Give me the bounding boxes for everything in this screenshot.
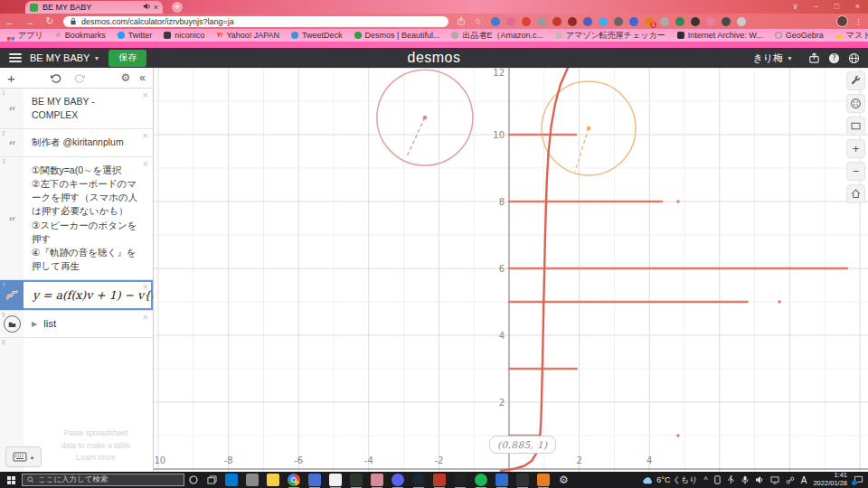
graph-settings-wrench-icon[interactable] — [846, 71, 865, 90]
bookmark-item[interactable]: GeoGebra — [775, 31, 824, 40]
export-share-icon[interactable] — [804, 52, 824, 64]
extension-icon[interactable] — [614, 17, 623, 26]
note-row[interactable]: 1“BE MY BABY - COMPLEX× — [0, 89, 153, 129]
tab-search-chevron[interactable]: ∨ — [785, 0, 806, 13]
tab-close-icon[interactable]: × — [154, 4, 158, 12]
taskbar-app-icon[interactable] — [329, 474, 342, 486]
taskbar-app-icon[interactable] — [246, 474, 259, 486]
extension-icon[interactable] — [629, 17, 638, 26]
folder-row[interactable]: 5▶list× — [0, 311, 153, 338]
graph-canvas[interactable]: 12108642-10-8-6-4-224 — [154, 68, 868, 472]
bookmark-item[interactable]: Twitter — [118, 31, 153, 40]
extension-icon[interactable]: 1 — [645, 17, 654, 26]
taskbar-app-icon[interactable] — [537, 474, 550, 486]
extension-icon[interactable] — [552, 17, 561, 26]
extension-icon[interactable] — [568, 17, 577, 26]
taskbar-app-icon[interactable] — [371, 474, 383, 486]
taskbar-app-icon[interactable] — [308, 474, 321, 486]
minimize-button[interactable]: − — [806, 0, 826, 13]
extension-icon[interactable] — [722, 17, 731, 26]
taskbar-app-icon[interactable] — [350, 474, 363, 486]
extension-icon[interactable] — [706, 17, 715, 26]
extension-icon[interactable] — [537, 17, 546, 26]
back-button[interactable]: ← — [0, 16, 20, 27]
cortana-icon[interactable] — [184, 472, 203, 488]
extension-icon[interactable] — [737, 17, 746, 26]
language-globe-icon[interactable] — [844, 52, 863, 64]
taskbar-app-icon[interactable] — [288, 474, 300, 486]
delete-expression-icon[interactable]: × — [143, 282, 148, 292]
url-bar[interactable]: desmos.com/calculator/izrvbuynjs?lang=ja — [63, 16, 448, 27]
main-menu-icon[interactable] — [9, 52, 22, 64]
extension-icon[interactable] — [522, 17, 531, 26]
delete-expression-icon[interactable]: × — [143, 131, 148, 141]
graph-title[interactable]: BE MY BABY — [30, 52, 90, 63]
extension-icon[interactable] — [599, 17, 608, 26]
bookmark-item[interactable]: Desmos | Beautiful... — [354, 31, 440, 40]
bookmark-item[interactable]: TweetDeck — [291, 31, 343, 40]
delete-expression-icon[interactable]: × — [143, 159, 148, 169]
taskbar-app-icon[interactable] — [392, 474, 404, 486]
phone-link-icon[interactable] — [714, 475, 721, 484]
new-tab-button[interactable]: + — [172, 2, 183, 13]
expression-gutter[interactable]: 1“ — [0, 89, 24, 128]
taskbar-app-icon[interactable] — [433, 474, 446, 486]
help-icon[interactable]: ? — [824, 52, 844, 64]
expression-row[interactable]: 4y = a(f(x)v + 1) − v{0 ≤ x× — [0, 280, 153, 311]
extension-icon[interactable] — [491, 17, 500, 26]
note-row[interactable]: 3“①関数y=a(0～を選択 ②左下のキーボードのマークを押す（スマホの人は押す… — [0, 157, 153, 281]
taskbar-app-icon[interactable] — [475, 474, 487, 486]
start-button[interactable] — [0, 472, 22, 488]
bookmark-item[interactable]: ★Bookmarks — [55, 31, 106, 40]
forward-button[interactable]: → — [20, 16, 40, 27]
expression-gutter[interactable]: 5 — [0, 311, 24, 337]
close-button[interactable]: × — [847, 0, 868, 13]
browser-menu-icon[interactable]: ⋮ — [854, 17, 863, 26]
bookmark-item[interactable]: niconico — [164, 31, 204, 40]
save-button[interactable]: 保存 — [108, 50, 146, 67]
expression-gutter[interactable]: 3“ — [0, 157, 24, 280]
taskbar-search[interactable]: ここに入力して検索 — [22, 474, 184, 486]
taskbar-app-icon[interactable] — [516, 474, 529, 486]
default-viewport-home-icon[interactable] — [846, 184, 865, 203]
folder-collapse-triangle[interactable]: ▶ — [32, 319, 37, 330]
zoom-out-button[interactable]: − — [846, 162, 865, 181]
folder-content[interactable]: ▶list — [24, 311, 153, 337]
taskbar-app-icon[interactable] — [267, 474, 279, 486]
taskbar-clock[interactable]: 1:41 2022/01/28 — [813, 472, 847, 487]
extension-icon[interactable] — [675, 17, 684, 26]
extension-icon[interactable] — [506, 17, 515, 26]
link-icon[interactable] — [786, 476, 795, 484]
bookmark-item[interactable]: アプリ — [7, 30, 43, 42]
folder-play-icon[interactable] — [4, 315, 21, 333]
delete-expression-icon[interactable]: × — [143, 90, 148, 100]
action-center-icon[interactable] — [854, 475, 863, 484]
taskbar-app-icon[interactable]: ⚙ — [558, 474, 571, 486]
extension-icon[interactable] — [691, 17, 700, 26]
taskbar-app-icon[interactable] — [454, 474, 467, 486]
microphone-icon[interactable] — [741, 475, 749, 484]
task-view-icon[interactable] — [203, 472, 221, 488]
browser-tab[interactable]: BE MY BABY × — [25, 1, 163, 14]
expression-math[interactable]: y = a(f(x)v + 1) − v{0 ≤ x — [24, 280, 153, 310]
volume-icon[interactable] — [755, 475, 764, 484]
profile-avatar[interactable] — [836, 15, 848, 27]
redo-icon[interactable] — [74, 73, 86, 83]
add-expression-button[interactable]: + — [7, 71, 15, 85]
bookmark-item[interactable]: アマゾン転売屋チェッカー — [555, 30, 665, 42]
usb-icon[interactable] — [727, 475, 735, 484]
delete-expression-icon[interactable]: × — [143, 313, 148, 323]
taskbar-app-icon[interactable] — [495, 474, 508, 486]
graph-paper[interactable]: 12108642-10-8-6-4-224 (0.885, 1) + − — [154, 68, 868, 472]
undo-icon[interactable] — [50, 73, 61, 83]
hidden-icons-chevron[interactable]: ^ — [704, 475, 708, 484]
audio-trace-icon[interactable] — [846, 94, 865, 113]
keyboard-toggle-button[interactable]: ▲ — [5, 446, 42, 467]
extension-icon[interactable] — [583, 17, 592, 26]
bookmark-item[interactable]: Y!Yahoo! JAPAN — [216, 31, 279, 40]
weather-widget[interactable]: 6°C くもり — [641, 474, 697, 486]
fullscreen-icon[interactable] — [846, 117, 865, 136]
taskbar-app-icon[interactable] — [225, 474, 238, 486]
zoom-in-button[interactable]: + — [846, 139, 865, 158]
reload-button[interactable]: ↻ — [40, 15, 60, 27]
